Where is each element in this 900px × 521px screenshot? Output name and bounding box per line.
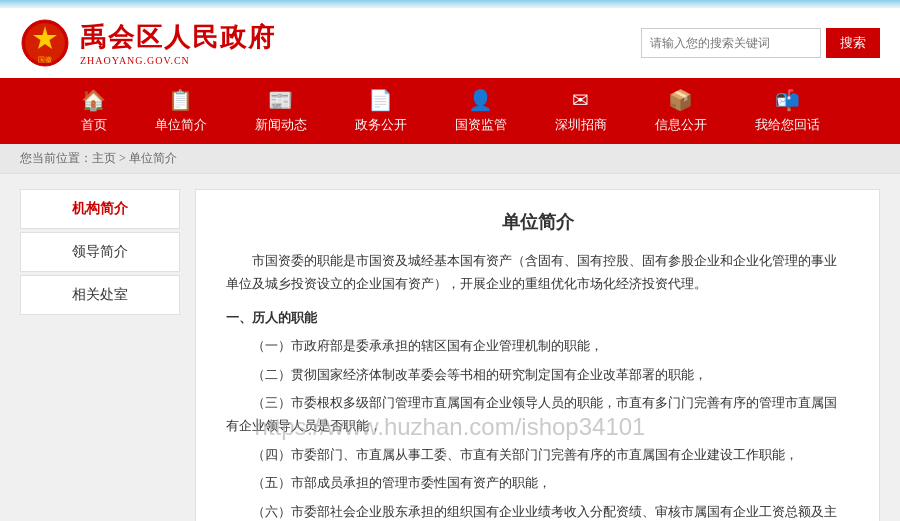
breadcrumb: 您当前位置：主页 > 单位简介 — [0, 144, 900, 174]
search-input[interactable] — [641, 28, 821, 58]
header: 国徽 禹会区人民政府 ZHAOYANG.GOV.CN 搜索 — [0, 8, 900, 78]
sidebar: 机构简介 领导简介 相关处室 — [20, 189, 180, 521]
nav-item-affairs[interactable]: 📄 政务公开 — [331, 78, 431, 144]
nav-label-intro: 单位简介 — [155, 116, 207, 134]
content-para-5: （四）市委部门、市直属从事工委、市直有关部门门完善有序的市直属国有企业建设工作职… — [226, 443, 849, 466]
sidebar-item-leader[interactable]: 领导简介 — [20, 232, 180, 272]
sidebar-item-org[interactable]: 机构简介 — [20, 189, 180, 229]
breadcrumb-home[interactable]: 您当前位置：主页 — [20, 151, 116, 165]
investment-icon: ✉ — [572, 88, 589, 112]
nav-label-supervision: 国资监管 — [455, 116, 507, 134]
content-para-7: （六）市委部社会企业股东承担的组织国有企业业绩考收入分配资绩、审核市属国有企业工… — [226, 500, 849, 521]
content-title: 单位简介 — [226, 210, 849, 234]
svg-text:国徽: 国徽 — [38, 56, 52, 64]
content-para-0: 市国资委的职能是市国资及城经基本国有资产（含固有、国有控股、固有参股企业和企业化… — [226, 249, 849, 296]
nav-item-feedback[interactable]: 📬 我给您回话 — [731, 78, 844, 144]
breadcrumb-current: 单位简介 — [129, 151, 177, 165]
news-icon: 📰 — [268, 88, 293, 112]
site-subtitle: ZHAOYANG.GOV.CN — [80, 55, 276, 66]
nav-item-home[interactable]: 🏠 首页 — [57, 78, 131, 144]
logo-emblem: 国徽 — [20, 18, 70, 68]
content-body: 市国资委的职能是市国资及城经基本国有资产（含固有、国有控股、固有参股企业和企业化… — [226, 249, 849, 521]
nav-label-news: 新闻动态 — [255, 116, 307, 134]
content-area: 单位简介 市国资委的职能是市国资及城经基本国有资产（含固有、国有控股、固有参股企… — [195, 189, 880, 521]
home-icon: 🏠 — [81, 88, 106, 112]
supervision-icon: 👤 — [468, 88, 493, 112]
nav-label-affairs: 政务公开 — [355, 116, 407, 134]
search-area: 搜索 — [641, 28, 880, 58]
nav-item-news[interactable]: 📰 新闻动态 — [231, 78, 331, 144]
nav-item-intro[interactable]: 📋 单位简介 — [131, 78, 231, 144]
content-para-3: （二）贯彻国家经济体制改革委会等书相的研究制定国有企业改革部署的职能， — [226, 363, 849, 386]
nav-label-investment: 深圳招商 — [555, 116, 607, 134]
feedback-icon: 📬 — [775, 88, 800, 112]
main-nav: 🏠 首页 📋 单位简介 📰 新闻动态 📄 政务公开 👤 国资监管 ✉ 深圳招商 … — [0, 78, 900, 144]
content-para-1: 一、历人的职能 — [226, 306, 849, 329]
nav-label-feedback: 我给您回话 — [755, 116, 820, 134]
logo-area: 国徽 禹会区人民政府 ZHAOYANG.GOV.CN — [20, 18, 276, 68]
site-title: 禹会区人民政府 — [80, 20, 276, 55]
info-icon: 📦 — [668, 88, 693, 112]
main-layout: 机构简介 领导简介 相关处室 单位简介 市国资委的职能是市国资及城经基本国有资产… — [0, 174, 900, 521]
content-para-4: （三）市委根权多级部门管理市直属国有企业领导人员的职能，市直有多门门完善有序的管… — [226, 391, 849, 438]
content-para-6: （五）市部成员承担的管理市委性国有资产的职能， — [226, 471, 849, 494]
nav-label-home: 首页 — [81, 116, 107, 134]
nav-item-supervision[interactable]: 👤 国资监管 — [431, 78, 531, 144]
search-button[interactable]: 搜索 — [826, 28, 880, 58]
sidebar-item-dept[interactable]: 相关处室 — [20, 275, 180, 315]
nav-label-info: 信息公开 — [655, 116, 707, 134]
nav-item-investment[interactable]: ✉ 深圳招商 — [531, 78, 631, 144]
nav-item-info[interactable]: 📦 信息公开 — [631, 78, 731, 144]
content-para-2: （一）市政府部是委承承担的辖区国有企业管理机制的职能， — [226, 334, 849, 357]
logo-text-area: 禹会区人民政府 ZHAOYANG.GOV.CN — [80, 20, 276, 66]
affairs-icon: 📄 — [368, 88, 393, 112]
breadcrumb-separator: > — [119, 151, 129, 165]
intro-icon: 📋 — [168, 88, 193, 112]
